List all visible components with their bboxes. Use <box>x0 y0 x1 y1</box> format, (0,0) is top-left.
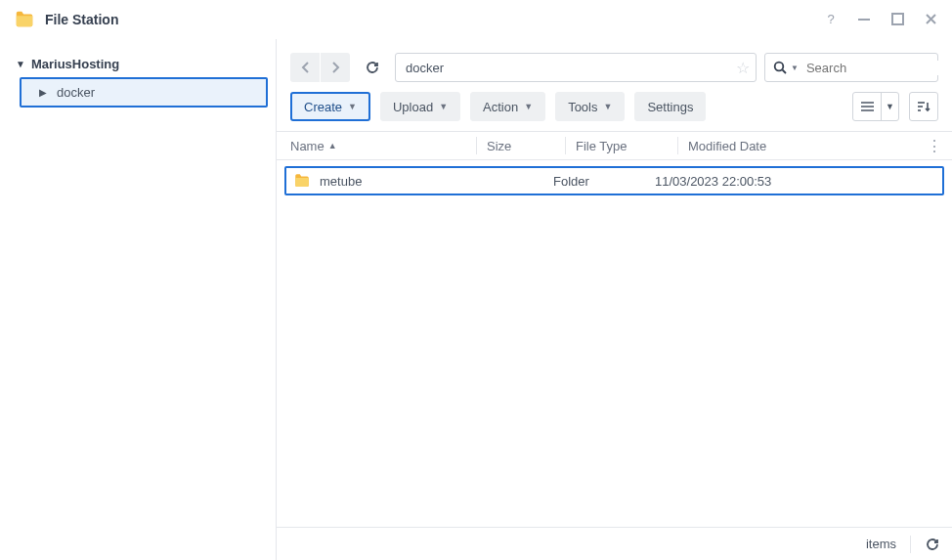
chevron-down-icon: ▼ <box>524 102 533 111</box>
sidebar: ▼ MariusHosting ▶ docker <box>0 39 277 560</box>
close-icon[interactable] <box>923 12 938 27</box>
upload-button[interactable]: Upload ▼ <box>380 92 460 121</box>
toolbar-actions: Create ▼ Upload ▼ Action ▼ Tools ▼ Setti… <box>277 88 952 131</box>
tree-item-label: docker <box>57 85 95 100</box>
titlebar: File Station ? <box>0 0 952 39</box>
caret-down-icon: ▼ <box>16 59 25 69</box>
svg-line-3 <box>783 70 787 74</box>
column-options-icon[interactable]: ⋮ <box>927 137 942 155</box>
row-type: Folder <box>553 174 655 189</box>
favorite-star-icon[interactable]: ☆ <box>736 59 750 77</box>
sort-button[interactable] <box>909 92 938 121</box>
svg-point-2 <box>775 63 784 71</box>
maximize-icon[interactable] <box>889 12 905 27</box>
chevron-down-icon: ▼ <box>348 102 357 111</box>
tree-item-docker[interactable]: ▶ docker <box>20 77 268 108</box>
path-text: docker <box>406 61 736 75</box>
create-button[interactable]: Create ▼ <box>290 92 370 121</box>
tree-root-label: MariusHosting <box>31 57 119 71</box>
tree-root[interactable]: ▼ MariusHosting <box>8 53 268 77</box>
search-box[interactable]: ▼ <box>764 53 938 82</box>
sort-asc-icon: ▲ <box>328 141 337 151</box>
help-icon[interactable]: ? <box>823 12 839 27</box>
search-icon <box>773 61 787 74</box>
table-header: Name ▲ Size File Type Modified Date ⋮ <box>277 131 952 160</box>
action-button[interactable]: Action ▼ <box>470 92 545 121</box>
create-label: Create <box>304 100 342 114</box>
toolbar-navigation: docker ☆ ▼ <box>277 39 952 88</box>
window-title: File Station <box>45 12 823 27</box>
chevron-down-icon: ▼ <box>439 102 448 111</box>
search-input[interactable] <box>806 61 952 75</box>
tools-label: Tools <box>568 100 597 114</box>
row-name: metube <box>320 174 362 189</box>
minimize-icon[interactable] <box>856 12 872 27</box>
svg-rect-0 <box>858 19 870 21</box>
folder-icon <box>292 171 312 191</box>
table-row[interactable]: metube Folder 11/03/2023 22:00:53 <box>284 166 944 195</box>
nav-forward-button[interactable] <box>321 53 350 82</box>
settings-button[interactable]: Settings <box>634 92 706 121</box>
main-panel: docker ☆ ▼ Create ▼ Upload ▼ Action <box>277 39 952 560</box>
status-bar: items <box>277 527 952 560</box>
chevron-down-icon: ▼ <box>604 102 613 111</box>
column-name-label: Name <box>290 139 325 153</box>
settings-label: Settings <box>647 100 693 114</box>
window-controls: ? <box>823 12 938 27</box>
upload-label: Upload <box>393 100 433 114</box>
svg-rect-1 <box>892 14 903 24</box>
path-input[interactable]: docker ☆ <box>395 53 757 82</box>
column-modified[interactable]: Modified Date <box>688 139 938 153</box>
tools-button[interactable]: Tools ▼ <box>555 92 625 121</box>
search-dropdown-icon[interactable]: ▼ <box>791 64 799 72</box>
view-mode-toggle: ▼ <box>852 92 899 121</box>
column-name[interactable]: Name ▲ <box>290 139 476 153</box>
status-refresh-icon[interactable] <box>925 537 940 552</box>
action-label: Action <box>483 100 518 114</box>
view-mode-dropdown-icon[interactable]: ▼ <box>881 93 898 120</box>
nav-back-button[interactable] <box>290 53 320 82</box>
app-folder-icon <box>14 9 35 30</box>
refresh-button[interactable] <box>358 53 387 82</box>
caret-right-icon: ▶ <box>39 87 47 98</box>
column-size[interactable]: Size <box>487 139 565 153</box>
row-modified: 11/03/2023 22:00:53 <box>655 174 936 189</box>
list-view-icon[interactable] <box>853 93 881 120</box>
column-type[interactable]: File Type <box>576 139 677 153</box>
status-items-label: items <box>866 537 896 551</box>
nav-buttons <box>290 53 350 82</box>
